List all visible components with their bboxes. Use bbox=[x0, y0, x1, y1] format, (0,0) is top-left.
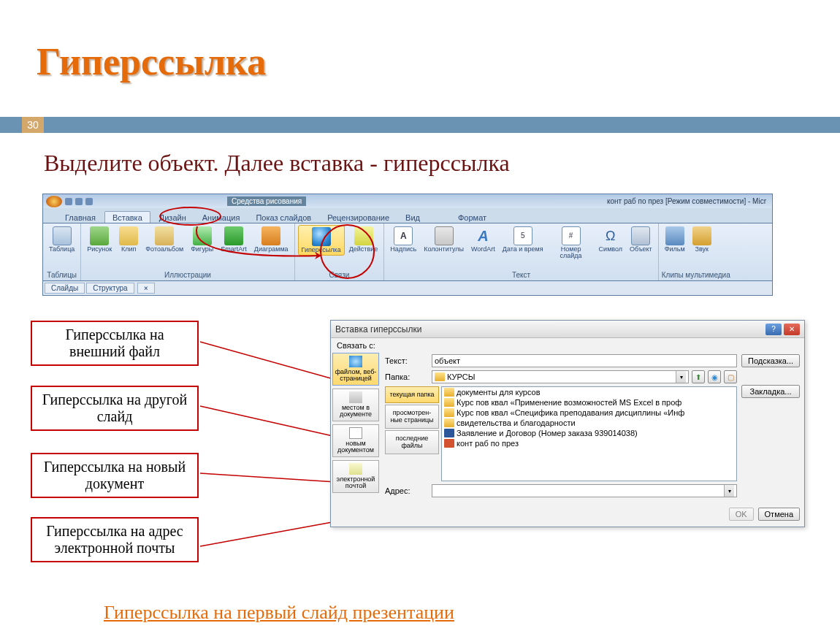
slides-tab[interactable]: Слайды bbox=[45, 283, 85, 294]
chart-button[interactable]: Диаграмма bbox=[251, 225, 291, 254]
display-text-input[interactable] bbox=[432, 354, 737, 367]
link-type-panel: файлом, веб-страницей местом в документе… bbox=[331, 350, 381, 505]
shapes-button[interactable]: Фигуры bbox=[188, 225, 216, 254]
slidenum-icon: # bbox=[562, 226, 581, 245]
datetime-icon: 5 bbox=[513, 226, 532, 245]
file-item[interactable]: конт раб по през bbox=[442, 438, 736, 448]
group-illustrations: Рисунок Клип Фотоальбом Фигуры SmartArt … bbox=[81, 223, 294, 280]
tab-format[interactable]: Формат bbox=[451, 212, 494, 223]
movie-button[interactable]: Фильм bbox=[662, 225, 688, 254]
group-tables: Таблица Таблицы bbox=[43, 223, 81, 280]
header-footer-button[interactable]: Колонтитулы bbox=[421, 225, 467, 254]
file-item[interactable]: Курс пов квал «Применение возможностей M… bbox=[442, 397, 736, 408]
file-list[interactable]: документы для курсовКурс пов квал «Приме… bbox=[441, 386, 737, 481]
group-label: Текст bbox=[387, 271, 654, 280]
group-label: Связи bbox=[298, 271, 381, 280]
picture-button[interactable]: Рисунок bbox=[84, 225, 115, 254]
qat-undo-icon[interactable] bbox=[75, 198, 83, 205]
album-button[interactable]: Фотоальбом bbox=[142, 225, 186, 254]
file-item[interactable]: Заявление и Договор (Номер заказа 939014… bbox=[442, 428, 736, 438]
office-button[interactable] bbox=[46, 196, 62, 207]
group-media: Фильм Звук Клипы мультимедиа bbox=[659, 223, 733, 280]
hyperlink-icon bbox=[312, 227, 331, 246]
page-bar bbox=[0, 117, 840, 133]
dialog-title-bar[interactable]: Вставка гиперссылки ? ✕ bbox=[331, 321, 804, 338]
qat-save-icon[interactable] bbox=[65, 198, 72, 205]
object-button[interactable]: Объект bbox=[627, 225, 655, 254]
group-label: Таблицы bbox=[46, 271, 77, 280]
datetime-button[interactable]: 5Дата и время bbox=[500, 225, 546, 254]
sound-button[interactable]: Звук bbox=[690, 225, 714, 254]
tab-insert[interactable]: Вставка bbox=[104, 211, 150, 223]
callout-file: Гиперссылка на внешний файл bbox=[31, 321, 199, 366]
link-type-place-in-doc[interactable]: местом в документе bbox=[332, 389, 379, 421]
tab-review[interactable]: Рецензирование bbox=[320, 212, 397, 223]
smartart-button[interactable]: SmartArt bbox=[218, 225, 250, 254]
chart-icon bbox=[261, 226, 280, 245]
tab-animation[interactable]: Анимация bbox=[195, 212, 248, 223]
folder-icon bbox=[435, 372, 445, 381]
first-slide-link[interactable]: Гиперссылка на первый слайд презентации bbox=[104, 602, 454, 624]
link-type-file-web[interactable]: файлом, веб-страницей bbox=[332, 353, 379, 386]
outline-tab[interactable]: Структура bbox=[86, 283, 134, 294]
email-icon bbox=[349, 463, 362, 475]
file-name: свидетельства и благодарности bbox=[457, 418, 576, 427]
ppt-icon bbox=[444, 439, 454, 448]
shapes-icon bbox=[193, 226, 212, 245]
close-button[interactable]: ✕ bbox=[784, 324, 800, 335]
textbox-icon: A bbox=[394, 226, 413, 245]
qat-redo-icon[interactable] bbox=[85, 198, 93, 205]
folder-icon bbox=[444, 408, 454, 417]
wordart-icon: A bbox=[473, 226, 492, 245]
viewed-pages-tab[interactable]: просмотрен-ные страницы bbox=[385, 405, 439, 429]
file-item[interactable]: документы для курсов bbox=[442, 387, 736, 397]
current-folder-tab[interactable]: текущая папка bbox=[385, 386, 439, 403]
browse-file-button[interactable]: ▢ bbox=[724, 370, 737, 383]
textbox-button[interactable]: AНадпись bbox=[387, 225, 419, 254]
picture-icon bbox=[90, 226, 109, 245]
svg-line-0 bbox=[200, 342, 336, 380]
link-type-email[interactable]: электронной почтой bbox=[332, 460, 379, 493]
word-icon bbox=[444, 429, 454, 437]
file-item[interactable]: свидетельства и благодарности bbox=[442, 418, 736, 428]
link-type-new-doc[interactable]: новым документом bbox=[332, 424, 379, 457]
folder-combo[interactable]: КУРСЫ ▾ bbox=[432, 370, 689, 383]
close-pane-button[interactable]: × bbox=[137, 283, 155, 294]
chevron-down-icon[interactable]: ▾ bbox=[724, 485, 734, 497]
action-icon bbox=[354, 226, 373, 245]
up-folder-button[interactable]: ⬆ bbox=[692, 370, 705, 383]
globe-file-icon bbox=[349, 356, 362, 367]
folder-icon bbox=[444, 398, 454, 407]
symbol-button[interactable]: ΩСимвол bbox=[596, 225, 625, 254]
group-text: AНадпись Колонтитулы AWordArt 5Дата и вр… bbox=[384, 223, 658, 280]
cancel-button[interactable]: Отмена bbox=[758, 508, 800, 521]
chevron-down-icon[interactable]: ▾ bbox=[676, 371, 686, 383]
tab-view[interactable]: Вид bbox=[398, 212, 427, 223]
action-button[interactable]: Действие bbox=[346, 225, 381, 254]
hyperlink-button[interactable]: Гиперссылка bbox=[298, 225, 345, 256]
tab-design[interactable]: Дизайн bbox=[152, 212, 194, 223]
new-doc-icon bbox=[349, 427, 362, 439]
tab-slideshow[interactable]: Показ слайдов bbox=[248, 212, 318, 223]
folder-icon bbox=[444, 418, 454, 427]
svg-line-1 bbox=[200, 406, 336, 437]
ok-button[interactable]: OK bbox=[729, 508, 754, 521]
screentip-button[interactable]: Подсказка... bbox=[741, 354, 800, 367]
dialog-title: Вставка гиперссылки bbox=[335, 324, 421, 334]
instruction-text: Выделите объект. Далее вставка - гиперсс… bbox=[44, 150, 510, 177]
file-item[interactable]: Курс пов квал «Специфика преподавания ди… bbox=[442, 408, 736, 418]
wordart-button[interactable]: AWordArt bbox=[468, 225, 498, 254]
clip-button[interactable]: Клип bbox=[116, 225, 141, 254]
contextual-tab-label: Средства рисования bbox=[227, 196, 306, 206]
table-button[interactable]: Таблица bbox=[46, 225, 77, 254]
browse-web-button[interactable]: ◉ bbox=[708, 370, 721, 383]
file-name: документы для курсов bbox=[457, 388, 540, 397]
bookmark-button[interactable]: Закладка... bbox=[741, 385, 800, 398]
tab-home[interactable]: Главная bbox=[58, 212, 103, 223]
address-combo[interactable]: ▾ bbox=[432, 484, 737, 497]
recent-files-tab[interactable]: последние файлы bbox=[385, 430, 439, 454]
help-button[interactable]: ? bbox=[765, 324, 782, 335]
slidenum-button[interactable]: #Номер слайда bbox=[548, 225, 595, 261]
dialog-main: Текст: Папка: КУРСЫ ▾ ⬆ ◉ ▢ текущая папк… bbox=[381, 350, 741, 505]
smartart-icon bbox=[224, 226, 243, 245]
